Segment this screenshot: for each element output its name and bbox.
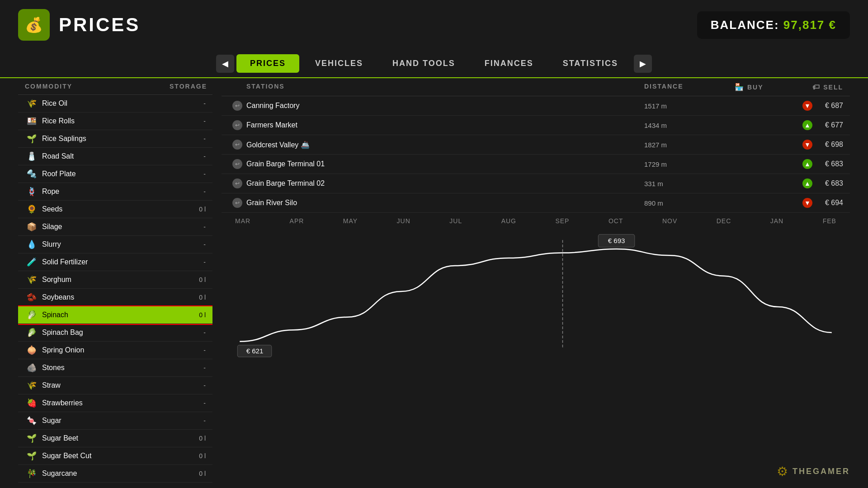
- commodity-name: Seeds: [38, 205, 179, 213]
- col-commodity: COMMODITY: [25, 83, 170, 90]
- commodity-item[interactable]: 🫘 Soybeans 0 l: [18, 289, 212, 306]
- commodity-storage: 0 l: [179, 276, 206, 283]
- svg-text:€ 621: € 621: [246, 347, 264, 355]
- commodity-storage: 0 l: [179, 294, 206, 301]
- price-indicator: ▼: [802, 140, 812, 150]
- station-row[interactable]: ↩ Farmers Market 1434 m ▲ € 677: [222, 116, 850, 135]
- commodity-item[interactable]: 🧅 Spring Onion -: [18, 342, 212, 359]
- right-panel: STATIONS DISTANCE 🏪 BUY 🏷 SELL ↩ Canning…: [212, 78, 850, 487]
- header-left: 💰 PRICES: [18, 9, 140, 41]
- commodity-item[interactable]: 🌻 Seeds 0 l: [18, 201, 212, 218]
- price-indicator: ▲: [802, 120, 812, 130]
- tab-finances[interactable]: FINANCES: [471, 54, 547, 73]
- tab-vehicles[interactable]: VEHICLES: [302, 54, 377, 73]
- chart-area: MARAPRMAYJUNJULAUGSEPOCTNOVDECJANFEB € 6…: [222, 213, 850, 487]
- price-indicator: ▼: [802, 198, 812, 208]
- commodity-item[interactable]: 🌾 Sorghum 0 l: [18, 271, 212, 289]
- commodity-storage: 0 l: [179, 435, 206, 442]
- chart-month-label: MAY: [343, 217, 358, 225]
- commodity-item[interactable]: 🥬 Spinach Bag -: [18, 324, 212, 342]
- commodity-panel: COMMODITY STORAGE 🌾 Rice Oil - 🍱 Rice Ro…: [18, 78, 212, 487]
- commodity-item[interactable]: 🍓 Strawberries -: [18, 394, 212, 412]
- price-indicator: ▲: [802, 178, 812, 188]
- commodity-header: COMMODITY STORAGE: [18, 78, 212, 95]
- commodity-name: Solid Fertilizer: [38, 258, 179, 266]
- commodity-icon: 🧪: [25, 257, 38, 267]
- commodity-item[interactable]: 🌱 Rice Saplings -: [18, 130, 212, 148]
- commodity-icon: 🌾: [25, 275, 38, 285]
- commodity-name: Straw: [38, 381, 179, 389]
- commodity-icon: 🌾: [25, 99, 38, 108]
- commodity-item[interactable]: 🍬 Sugar -: [18, 412, 212, 430]
- commodity-storage: -: [179, 347, 206, 354]
- commodity-icon: 📦: [25, 222, 38, 232]
- main-content: COMMODITY STORAGE 🌾 Rice Oil - 🍱 Rice Ro…: [0, 78, 868, 487]
- col-buy: BUY: [747, 84, 764, 91]
- station-distance: 1517 m: [644, 102, 735, 110]
- nav-next-button[interactable]: ▶: [634, 55, 652, 73]
- station-nav-icon: ↩: [228, 101, 246, 111]
- commodity-item[interactable]: 🧪 Solid Fertilizer -: [18, 253, 212, 271]
- buy-icon: 🏪: [735, 83, 745, 91]
- tab-prices[interactable]: PRICES: [236, 54, 299, 73]
- watermark: ⚙ THEGAMER: [777, 464, 850, 479]
- station-name: Grain Barge Terminal 01: [246, 160, 644, 168]
- commodity-item[interactable]: 🌾 Rice Oil -: [18, 95, 212, 113]
- stations-header: STATIONS DISTANCE 🏪 BUY 🏷 SELL: [222, 78, 850, 96]
- station-row[interactable]: ↩ Grain River Silo 890 m ▼ € 694: [222, 193, 850, 213]
- watermark-icon: ⚙: [777, 464, 788, 479]
- commodity-name: Rice Oil: [38, 99, 179, 108]
- commodity-name: Stones: [38, 364, 179, 372]
- commodity-item[interactable]: 🔩 Roof Plate -: [18, 165, 212, 183]
- station-row[interactable]: ↩ Canning Factory 1517 m ▼ € 687: [222, 96, 850, 116]
- commodity-icon: 🌱: [25, 451, 38, 461]
- nav-prev-button[interactable]: ◀: [216, 55, 234, 73]
- tab-statistics[interactable]: STATISTICS: [549, 54, 632, 73]
- commodity-icon: 🪨: [25, 363, 38, 373]
- commodity-name: Silage: [38, 223, 179, 231]
- commodity-name: Rice Saplings: [38, 135, 179, 143]
- commodity-name: Sugar Beet Cut: [38, 452, 179, 460]
- commodity-item[interactable]: 🪢 Rope -: [18, 183, 212, 201]
- commodity-storage: 0 l: [179, 311, 206, 319]
- commodity-item[interactable]: 📦 Silage -: [18, 218, 212, 236]
- commodity-name: Sorghum: [38, 276, 179, 284]
- commodity-storage: -: [179, 399, 206, 407]
- commodity-icon: 🪢: [25, 187, 38, 197]
- commodity-item[interactable]: 🌱 Sugar Beet 0 l: [18, 430, 212, 447]
- station-row[interactable]: ↩ Goldcrest Valley 🚢 1827 m ▼ € 698: [222, 135, 850, 155]
- tab-hand-tools[interactable]: HAND TOOLS: [379, 54, 469, 73]
- commodity-list[interactable]: 🌾 Rice Oil - 🍱 Rice Rolls - 🌱 Rice Sapli…: [18, 95, 212, 487]
- commodity-icon: 🌾: [25, 380, 38, 390]
- station-name: Grain River Silo: [246, 199, 644, 207]
- price-value: € 687: [816, 102, 843, 110]
- balance-value: 97,817 €: [783, 18, 836, 32]
- commodity-item[interactable]: 🥬 Spinach 0 l: [18, 306, 212, 324]
- commodity-storage: -: [179, 329, 206, 336]
- chart-month-label: JAN: [770, 217, 783, 225]
- col-distance: DISTANCE: [644, 83, 735, 91]
- station-price: ▼ € 698: [789, 140, 843, 150]
- commodity-item[interactable]: 🧂 Road Salt -: [18, 148, 212, 165]
- price-indicator: ▲: [802, 159, 812, 169]
- chart-month-label: NOV: [662, 217, 677, 225]
- price-value: € 698: [816, 141, 843, 149]
- station-row[interactable]: ↩ Grain Barge Terminal 01 1729 m ▲ € 683: [222, 155, 850, 174]
- commodity-item[interactable]: 🌱 Sugar Beet Cut 0 l: [18, 447, 212, 465]
- commodity-item[interactable]: 💧 Slurry -: [18, 236, 212, 253]
- commodity-item[interactable]: 🍱 Rice Rolls -: [18, 113, 212, 130]
- commodity-icon: 🌱: [25, 433, 38, 443]
- station-price: ▲ € 683: [789, 178, 843, 188]
- commodity-storage: -: [179, 153, 206, 160]
- commodity-item[interactable]: 🌾 Straw -: [18, 377, 212, 394]
- station-name: Grain Barge Terminal 02: [246, 179, 644, 188]
- commodity-storage: 0 l: [179, 452, 206, 460]
- commodity-item[interactable]: 🪨 Stones -: [18, 359, 212, 377]
- commodity-storage: -: [179, 100, 206, 107]
- price-value: € 677: [816, 121, 843, 129]
- commodity-icon: 🎋: [25, 469, 38, 479]
- chart-month-label: AUG: [501, 217, 516, 225]
- commodity-item[interactable]: 🎋 Sugarcane 0 l: [18, 465, 212, 483]
- station-row[interactable]: ↩ Grain Barge Terminal 02 331 m ▲ € 683: [222, 174, 850, 193]
- header: 💰 PRICES BALANCE: 97,817 €: [0, 0, 868, 50]
